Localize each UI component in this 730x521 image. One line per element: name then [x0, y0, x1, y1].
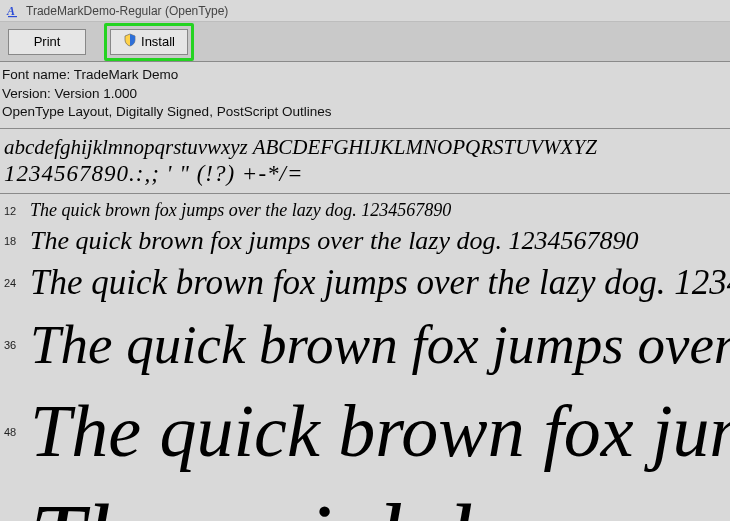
sample-size-label: 36: [4, 339, 28, 351]
sample-size-label: 48: [4, 426, 28, 438]
alphabet-preview: abcdefghijklmnopqrstuvwxyz ABCDEFGHIJKLM…: [0, 129, 730, 194]
font-metadata: Font name: TradeMark Demo Version: Versi…: [0, 62, 730, 129]
sample-text: The quick brown fox jumps over the lazy …: [28, 263, 730, 303]
sample-size-label: 24: [4, 277, 28, 289]
sample-row: 12 The quick brown fox jumps over the la…: [0, 198, 730, 224]
sample-row: 36 The quick brown fox jumps over the la…: [0, 308, 730, 382]
sample-text: The quick brown fox jumps over the lazy …: [28, 226, 639, 256]
sample-size-label: 12: [4, 205, 28, 217]
window-title: TradeMarkDemo-Regular (OpenType): [26, 4, 228, 18]
shield-icon: [123, 33, 137, 50]
print-button[interactable]: Print: [8, 29, 86, 55]
sample-text: The quick brown fox jumps over the lazy …: [28, 482, 730, 521]
font-name-value: TradeMark Demo: [74, 67, 179, 82]
sample-row: 18 The quick brown fox jumps over the la…: [0, 224, 730, 258]
sample-text: The quick brown fox jumps over the lazy …: [28, 313, 730, 376]
toolbar: Print Install: [0, 22, 730, 62]
sample-list: 12 The quick brown fox jumps over the la…: [0, 194, 730, 521]
window-titlebar: A TradeMarkDemo-Regular (OpenType): [0, 0, 730, 22]
font-app-icon: A: [6, 4, 20, 18]
svg-rect-1: [8, 16, 17, 17]
version-value: Version 1.000: [55, 86, 138, 101]
features-row: OpenType Layout, Digitally Signed, PostS…: [2, 103, 728, 122]
version-row: Version: Version 1.000: [2, 85, 728, 104]
sample-size-label: 18: [4, 235, 28, 247]
print-button-label: Print: [34, 34, 61, 49]
font-name-label: Font name:: [2, 67, 70, 82]
sample-row: The quick brown fox jumps over the lazy …: [0, 482, 730, 521]
sample-text: The quick brown fox jumps over the lazy …: [28, 389, 730, 474]
font-name-row: Font name: TradeMark Demo: [2, 66, 728, 85]
svg-text:A: A: [6, 4, 15, 18]
install-button[interactable]: Install: [110, 29, 188, 55]
version-label: Version:: [2, 86, 51, 101]
sample-text: The quick brown fox jumps over the lazy …: [28, 200, 451, 221]
install-highlight: Install: [104, 23, 194, 61]
sample-row: 48 The quick brown fox jumps over the la…: [0, 382, 730, 482]
alphabet-line-lc-uc: abcdefghijklmnopqrstuvwxyz ABCDEFGHIJKLM…: [4, 134, 726, 160]
install-button-label: Install: [141, 34, 175, 49]
sample-row: 24 The quick brown fox jumps over the la…: [0, 258, 730, 308]
alphabet-line-digits-sym: 1234567890.:,; ' " (!?) +-*/=: [4, 160, 726, 189]
